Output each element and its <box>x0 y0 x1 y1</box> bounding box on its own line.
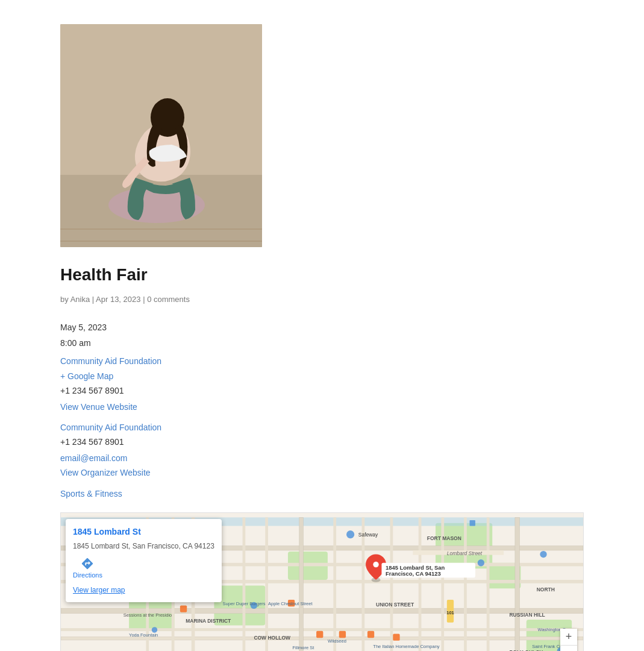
map-popup-title: 1845 Lombard St <box>73 525 214 538</box>
map-background: 101 Lombard Street UNION STREET COW HOLL… <box>61 513 583 651</box>
event-meta: by Anika | Apr 13, 2023 | 0 comments <box>60 294 584 306</box>
directions-button[interactable]: Directions <box>73 557 102 581</box>
organizer-phone: +1 234 567 8901 <box>60 435 584 448</box>
svg-rect-21 <box>299 517 304 651</box>
map-popup-address: 1845 Lombard St, San Francisco, CA 94123 <box>73 541 214 552</box>
svg-point-51 <box>346 530 354 538</box>
svg-text:UNION STREET: UNION STREET <box>376 602 414 608</box>
svg-text:Super Duper Burgers: Super Duper Burgers <box>223 601 266 606</box>
meta-author: Anika <box>70 295 90 304</box>
larger-map-link[interactable]: View larger map <box>73 585 125 596</box>
map-popup: 1845 Lombard St 1845 Lombard St, San Fra… <box>66 519 222 603</box>
event-title: Health Fair <box>60 262 584 289</box>
organizer-website-link[interactable]: View Organizer Website <box>60 466 584 479</box>
organizer-name-link[interactable]: Community Aid Foundation <box>60 421 584 434</box>
svg-rect-60 <box>339 631 346 638</box>
svg-rect-76 <box>470 520 475 526</box>
svg-rect-29 <box>390 517 393 651</box>
event-image <box>60 24 262 247</box>
svg-point-54 <box>478 559 484 566</box>
venue-phone: +1 234 567 8901 <box>60 384 584 397</box>
svg-rect-26 <box>265 517 268 651</box>
svg-text:MARINA DISTRICT: MARINA DISTRICT <box>186 618 231 624</box>
svg-point-55 <box>540 551 546 558</box>
svg-text:1845 Lombard St, San: 1845 Lombard St, San <box>386 564 445 571</box>
svg-text:Francisco, CA 94123: Francisco, CA 94123 <box>386 570 441 577</box>
venue-name-link[interactable]: Community Aid Foundation <box>60 354 584 368</box>
event-date: May 5, 2023 <box>60 321 584 334</box>
map-zoom-controls: + − <box>560 629 577 651</box>
svg-text:RUSSIAN HILL: RUSSIAN HILL <box>509 612 545 618</box>
meta-by: by <box>60 295 70 304</box>
event-image-svg <box>60 24 262 247</box>
event-details: May 5, 2023 8:00 am Community Aid Founda… <box>60 321 584 500</box>
svg-rect-27 <box>333 517 336 651</box>
zoom-out-button[interactable]: − <box>560 646 577 651</box>
map-container[interactable]: 101 Lombard Street UNION STREET COW HOLL… <box>60 512 584 651</box>
svg-rect-30 <box>419 517 422 651</box>
svg-text:Safeway: Safeway <box>358 532 378 538</box>
svg-rect-63 <box>180 605 187 612</box>
google-map-link[interactable]: + Google Map <box>60 370 584 383</box>
meta-date: Apr 13, 2023 <box>96 295 140 304</box>
venue-website-link[interactable]: View Venue Website <box>60 400 584 414</box>
svg-rect-62 <box>393 634 399 640</box>
directions-icon <box>81 557 94 570</box>
svg-text:FORT MASON: FORT MASON <box>427 535 461 541</box>
svg-text:The Italian Homemade Company: The Italian Homemade Company <box>373 644 440 649</box>
event-category-link[interactable]: Sports & Fitness <box>60 489 122 498</box>
svg-point-67 <box>373 562 378 567</box>
svg-text:COW HOLLOW: COW HOLLOW <box>254 635 290 641</box>
svg-rect-34 <box>515 517 520 651</box>
map-popup-actions: Directions <box>73 557 214 581</box>
svg-text:Lombard Street: Lombard Street <box>447 550 483 556</box>
svg-text:NORTH: NORTH <box>537 587 555 593</box>
zoom-in-button[interactable]: + <box>560 629 577 646</box>
svg-text:Fillmore St: Fillmore St <box>292 645 314 650</box>
svg-text:Wildseed: Wildseed <box>328 638 346 644</box>
svg-text:Sessions at the Presidio: Sessions at the Presidio <box>123 612 172 618</box>
svg-text:Apple Chestnut Street: Apple Chestnut Street <box>268 601 313 606</box>
svg-rect-32 <box>464 517 467 651</box>
event-image-bg <box>60 24 262 247</box>
svg-text:Yoda Fountain: Yoda Fountain <box>129 632 158 638</box>
svg-point-74 <box>152 627 157 632</box>
svg-rect-19 <box>61 628 583 631</box>
svg-rect-61 <box>367 631 374 638</box>
meta-comments: 0 comments <box>147 295 190 304</box>
svg-rect-59 <box>316 631 323 638</box>
svg-rect-33 <box>487 517 490 651</box>
directions-label: Directions <box>73 570 102 581</box>
event-time: 8:00 am <box>60 336 584 350</box>
svg-rect-23 <box>243 517 246 651</box>
page-container: Health Fair by Anika | Apr 13, 2023 | 0 … <box>0 0 644 651</box>
organizer-email-link[interactable]: email@email.com <box>60 451 584 465</box>
svg-text:101: 101 <box>446 609 454 615</box>
